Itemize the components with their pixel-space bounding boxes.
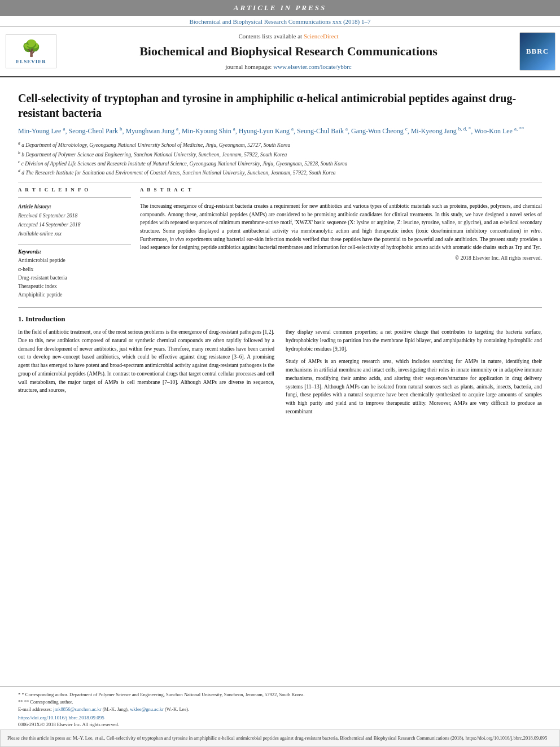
article-info-divider	[18, 197, 131, 198]
keyword-1: Antimicrobial peptide	[18, 256, 131, 265]
article-title: Cell-selectivity of tryptophan and tyros…	[18, 91, 542, 120]
history-label: Article history:	[18, 202, 131, 211]
journal-title: Biochemical and Biophysical Research Com…	[139, 44, 438, 59]
journal-header: 🌳 ELSEVIER Contents lists available at S…	[0, 27, 560, 77]
keywords-label: Keywords:	[18, 249, 131, 255]
abstract-divider	[140, 197, 542, 198]
email-addresses-line: E-mail addresses: jmk8856@sunchon.ac.kr …	[18, 706, 542, 713]
affiliation-a: a Department of Microbiology, Gyeongsang…	[21, 142, 290, 148]
abstract-heading: A B S T R A C T	[140, 187, 542, 193]
authors-line: Min-Young Lee a, Seong-Cheol Park b, Myu…	[18, 125, 542, 137]
homepage-line: journal homepage: www.elsevier.com/locat…	[225, 63, 352, 70]
article-info-column: A R T I C L E I N F O Article history: R…	[18, 187, 131, 300]
copyright-line: © 2018 Elsevier Inc. All rights reserved…	[140, 255, 542, 261]
bbrc-logo-area: BBRC	[515, 30, 560, 73]
keyword-4: Therapeutic index	[18, 282, 131, 291]
issn-line: 0006-291X/© 2018 Elsevier Inc. All right…	[18, 722, 542, 727]
journal-line: Biochemical and Biophysical Research Com…	[0, 16, 560, 27]
email1-author: (M.-K. Jang),	[103, 706, 129, 712]
article-info-heading: A R T I C L E I N F O	[18, 187, 131, 193]
abstract-column: A B S T R A C T The increasing emergence…	[140, 187, 542, 300]
elsevier-logo: 🌳 ELSEVIER	[6, 34, 56, 68]
article-history: Article history: Received 6 September 20…	[18, 202, 131, 239]
affiliation-c: c Division of Applied Life Sciences and …	[21, 161, 347, 167]
citation-box: Please cite this article in press as: M.…	[0, 729, 560, 747]
main-content: Cell-selectivity of tryptophan and tyros…	[0, 77, 560, 677]
main-section-divider	[18, 307, 542, 308]
article-info-abstract-section: A R T I C L E I N F O Article history: R…	[18, 187, 542, 300]
contents-line: Contents lists available at ScienceDirec…	[238, 33, 338, 40]
affiliation-d: d The Research Institute for Sanitation …	[21, 171, 336, 176]
corresponding-note-1: * * Corresponding author. Department of …	[18, 691, 542, 698]
keyword-2: α-helix	[18, 265, 131, 274]
keywords-divider	[18, 244, 131, 244]
email2-author: (W.-K. Lee).	[165, 706, 189, 712]
keyword-5: Amphiphilic peptide	[18, 291, 131, 299]
footer: * * Corresponding author. Department of …	[0, 686, 560, 729]
keyword-3: Drug-resistant bacteria	[18, 274, 131, 282]
email-link-1[interactable]: jmk8856@sunchon.ac.kr	[53, 706, 101, 712]
sciencedirect-link[interactable]: ScienceDirect	[304, 33, 339, 40]
email-link-2[interactable]: wklee@gnu.ac.kr	[130, 706, 164, 712]
email-label: E-mail addresses:	[18, 706, 52, 712]
bbrc-wordmark: BBRC	[526, 47, 549, 56]
journal-info-center: Contents lists available at ScienceDirec…	[62, 30, 515, 73]
keywords-section: Keywords: Antimicrobial peptide α-helix …	[18, 249, 131, 299]
corresponding-note-2: ** ** Corresponding author.	[18, 698, 542, 706]
accepted-date: Accepted 14 September 2018	[18, 222, 81, 228]
abstract-text: The increasing emergence of drug-resista…	[140, 202, 542, 252]
bbrc-logo: BBRC	[519, 32, 555, 71]
elsevier-logo-area: 🌳 ELSEVIER	[0, 30, 62, 73]
intro-right-column: they display several common properties; …	[286, 328, 542, 420]
intro-right-text-1: they display several common properties; …	[286, 328, 542, 353]
introduction-heading: 1. Introduction	[18, 314, 542, 324]
tree-icon: 🌳	[21, 39, 41, 58]
doi-link[interactable]: https://doi.org/10.1016/j.bbrc.2018.09.0…	[18, 715, 542, 720]
intro-left-text: In the field of antibiotic treatment, on…	[18, 328, 274, 395]
contents-label: Contents lists available at	[238, 33, 302, 40]
homepage-label: journal homepage:	[225, 63, 272, 70]
intro-left-column: In the field of antibiotic treatment, on…	[18, 328, 274, 420]
available-online: Available online xxx	[18, 231, 62, 237]
divider-after-affiliations	[18, 182, 542, 182]
article-in-press-banner: ARTICLE IN PRESS	[0, 0, 560, 16]
intro-right-text-2: Study of AMPs is an emerging research ar…	[286, 357, 542, 416]
introduction-body: In the field of antibiotic treatment, on…	[18, 328, 542, 420]
elsevier-wordmark: ELSEVIER	[16, 59, 46, 64]
affiliation-b: b Department of Polymer Science and Engi…	[21, 152, 287, 158]
affiliations: a a Department of Microbiology, Gyeongsa…	[18, 140, 542, 177]
received-date: Received 6 September 2018	[18, 213, 77, 219]
homepage-link[interactable]: www.elsevier.com/locate/ybbrc	[273, 63, 352, 70]
